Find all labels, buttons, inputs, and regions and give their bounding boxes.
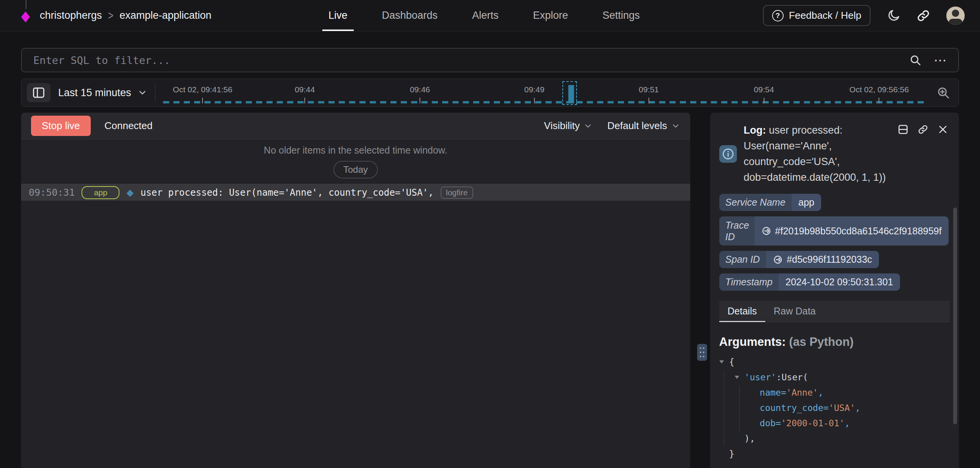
breadcrumb: christophergs > example-application [40,10,211,21]
live-log-panel: Stop live Connected Visibility Default l… [21,113,690,468]
log-message: user processed: User(name='Anne', countr… [140,187,434,198]
log-level-diamond-icon: ◆ [126,187,133,198]
timeline-strip[interactable]: Oct 02, 09:41:56 09:44 09:46 09:49 09:51… [163,79,926,106]
code-line: 'user' : User( [719,370,950,385]
log-row[interactable]: 09:50:31 app ◆ user processed: User(name… [21,184,690,201]
code-token: country_code= [760,400,829,416]
code-token: name= [760,385,786,400]
close-icon [938,124,948,135]
link-icon [918,124,928,135]
code-line: ), [719,431,950,446]
timeline-tick-label: 09:54 [754,85,774,94]
main-content: Stop live Connected Visibility Default l… [21,113,959,468]
log-timestamp: 09:50:31 [29,187,75,198]
nav-item-alerts[interactable]: Alerts [470,0,501,31]
code-token: } [729,446,735,461]
log-detail-panel: Log: user processed: User(name='Anne', c… [710,113,959,468]
time-range-select[interactable]: Last 15 minutes [58,87,147,99]
timeline-tick [304,98,305,103]
stop-live-button[interactable]: Stop live [31,116,91,136]
sidebar-toggle-button[interactable] [27,83,51,102]
trace-id-value: #f2019b98b550cd8a61546c2f9188959f [775,226,942,237]
today-button[interactable]: Today [333,161,378,178]
info-circle-icon [722,147,735,160]
service-tag: app [82,186,119,199]
code-token: , [844,416,850,431]
breadcrumb-project[interactable]: example-application [119,10,211,21]
trace-id-chip: Trace ID #f2019b98b550cd8a61546c2f918895… [719,216,949,245]
time-range-label: Last 15 minutes [58,87,131,99]
tab-raw-data[interactable]: Raw Data [765,301,824,322]
collapse-caret-icon[interactable] [719,360,724,363]
default-levels-dropdown[interactable]: Default levels [607,120,680,132]
arguments-mode: (as Python) [789,335,854,349]
breadcrumb-org[interactable]: christophergs [40,10,102,21]
feedback-help-button[interactable]: ? Feedback / Help [763,5,871,26]
timeline-tick [764,98,764,103]
timeline-tick [202,98,203,103]
chevron-down-icon [671,121,680,131]
toggle-panel-layout-button[interactable] [898,124,908,135]
detail-header-actions [898,124,948,135]
live-panel-body: No older items in the selected time wind… [21,139,690,468]
nav-item-explore[interactable]: Explore [531,0,570,31]
link-icon[interactable] [761,226,771,236]
search-icon[interactable] [909,54,921,66]
sql-filter-input[interactable] [33,54,909,67]
copy-link-button[interactable] [918,124,928,135]
indent-guide [739,386,740,431]
panel-resize-handle[interactable] [697,344,707,361]
code-token: dob= [760,416,781,431]
service-name-chip: Service Name app [719,194,822,211]
connection-status: Connected [105,120,153,132]
nav-item-dashboards[interactable]: Dashboards [380,0,440,31]
tab-details[interactable]: Details [719,301,765,322]
timeline-tick [534,98,535,103]
default-levels-label: Default levels [607,120,667,132]
collapse-caret-icon[interactable] [735,376,739,379]
nav-item-live[interactable]: Live [326,0,350,31]
timeline-tick-label: Oct 02, 09:41:56 [173,85,232,94]
span-id-label: Span ID [719,251,766,268]
more-options-icon[interactable]: ⋯ [934,54,947,67]
sql-filter-bar: ⋯ [21,48,959,72]
code-token: 'USA' [829,400,855,416]
service-name-value: app [792,194,822,211]
link-icon [916,9,930,23]
timestamp-value: 2024-10-02 09:50:31.301 [779,273,900,291]
code-token: '2000-01-01' [781,416,844,431]
zoom-in-button[interactable] [933,86,953,100]
share-link-button[interactable] [916,9,930,23]
timestamp-label: Timestamp [719,273,779,291]
empty-window-message: No older items in the selected time wind… [21,145,690,156]
indent-guide [724,370,724,446]
span-id-value: #d5c996f11192033c [787,254,872,265]
split-panel-icon [898,124,908,135]
link-icon[interactable] [773,255,783,265]
detail-tabs: Details Raw Data [719,301,950,322]
top-nav: ◆ christophergs > example-application Li… [0,0,980,31]
visibility-dropdown[interactable]: Visibility [544,120,593,132]
code-line: name= 'Anne' , [719,385,950,400]
timeline-tick-label: 09:44 [295,85,315,94]
moon-icon [887,9,900,23]
code-line: dob= '2000-01-01' , [719,416,950,431]
dark-mode-toggle[interactable] [887,9,900,23]
timeline-baseline [163,101,926,103]
arguments-heading: Arguments: (as Python) [719,335,950,349]
code-line: country_code= 'USA' , [719,400,950,416]
close-panel-button[interactable] [938,124,948,135]
user-avatar[interactable] [946,7,965,25]
nav-right: ? Feedback / Help [763,5,965,26]
code-token: { [729,354,735,370]
timeline-bar: Last 15 minutes Oct 02, 09:41:56 09:44 0… [21,79,959,107]
detail-title: Log: user processed: User(name='Anne', c… [744,123,894,185]
code-token: , [818,385,823,400]
magnifier-plus-icon [936,86,950,100]
logfire-logo[interactable]: ◆ [21,9,30,22]
nav-item-settings[interactable]: Settings [600,0,642,31]
code-token: ), [745,431,755,446]
timestamp-chip: Timestamp 2024-10-02 09:50:31.301 [719,273,900,291]
detail-scrollbar[interactable] [953,208,957,424]
timeline-selection[interactable] [562,81,577,105]
